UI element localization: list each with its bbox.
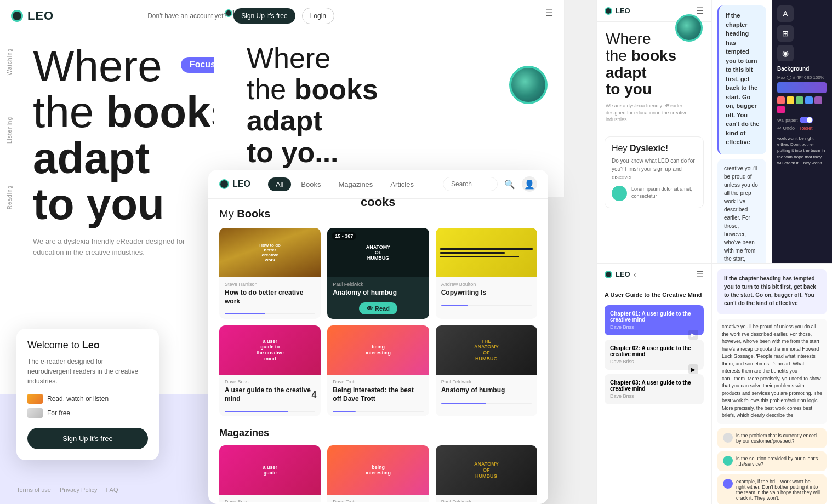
mini-books: books xyxy=(294,73,378,105)
right-bottom-panel: LEO ‹ ☰ A User Guide to the Creative Min… xyxy=(596,263,832,504)
book-info-6: Paul Feldwick Anatomy of humbug xyxy=(436,375,537,399)
mobile-menu-icon[interactable]: ☰ xyxy=(696,5,704,16)
book-card-5[interactable]: beinginteresting Dave Trott Being intere… xyxy=(327,325,429,416)
hero-the: the xyxy=(33,88,94,136)
book-card-6[interactable]: THEANATOMYOFHUMBUG Paul Feldwick Anatomy… xyxy=(436,325,537,416)
chat-detail-msg-1: If the chapter heading has tempted you t… xyxy=(717,269,827,314)
chat-panel: If the chapter heading has tempted you t… xyxy=(712,0,772,263)
chapter-num-3: Chapter 03: A user guide to the creative… xyxy=(610,380,698,392)
app-logo-mark xyxy=(219,179,229,189)
lorem-avatar: Lorem ipsum dolor sit amet, consectetur xyxy=(612,186,697,201)
wallpaper-row: Wallpaper: xyxy=(777,117,827,123)
book-cover-6: THEANATOMYOFHUMBUG xyxy=(436,325,537,375)
mag-card-3[interactable]: ANATOMYOFHUMBUG Paul Feldwick Anatomy of… xyxy=(436,445,537,502)
tab-magazines[interactable]: Magazines xyxy=(330,177,380,191)
book-card-1[interactable]: How to dobettercreativework Steve Harris… xyxy=(219,228,321,319)
chapter-num-2: Chapter 02: A user guide to the creative… xyxy=(610,345,698,357)
chat-user-msg-1: is the problem that is currently enced b… xyxy=(717,428,827,448)
chapter-play-2[interactable]: ▶ xyxy=(688,364,698,374)
toggle-knob xyxy=(807,117,812,123)
swatch-red[interactable] xyxy=(777,96,785,104)
wallpaper-toggle[interactable] xyxy=(800,117,813,123)
design-tool-2[interactable]: ⊞ xyxy=(777,25,794,42)
chapter-author-3: Dave Briss xyxy=(610,393,698,399)
privacy-link[interactable]: Privacy Policy xyxy=(60,486,97,493)
chapter-play-1[interactable]: ▶ xyxy=(688,330,698,340)
mag-card-2[interactable]: beinginteresting Dave Trott Being intere… xyxy=(327,445,429,502)
chat-msg-2: creative you'll be proud of unless you d… xyxy=(717,159,766,264)
mobile-device: LEO ☰ Where the books adapt to you We ar… xyxy=(597,0,712,263)
search-icon[interactable]: 🔍 xyxy=(502,176,517,192)
book-cover-3 xyxy=(436,228,537,277)
user-icon[interactable]: 👤 xyxy=(522,176,537,192)
chat-user-msg-2: is the solution provided by our client's… xyxy=(717,451,827,471)
design-tool-1[interactable]: A xyxy=(777,5,794,22)
book-detail-menu-icon[interactable]: ☰ xyxy=(696,269,704,279)
chat-user-msg-3: example, if the bri... work won't be rig… xyxy=(717,474,827,505)
app-window: LEO All Books Magazines Articles 🔍 👤 My … xyxy=(208,170,548,504)
hero-nav: LEO Don't have an account yet? Sign Up i… xyxy=(0,0,345,32)
design-tool-3[interactable]: ◉ xyxy=(777,45,794,61)
books-grid: How to dobettercreativework Steve Harris… xyxy=(219,228,537,416)
book-detail-panel: LEO ‹ ☰ A User Guide to the Creative Min… xyxy=(597,264,712,504)
book-cover-4: a userguide tothe creativemind xyxy=(219,325,321,375)
mini-menu-icon[interactable]: ☰ xyxy=(545,8,553,18)
chapter-item-2[interactable]: Chapter 02: A user guide to the creative… xyxy=(605,340,704,370)
book-progress-4 xyxy=(225,411,315,412)
swatch-pink[interactable] xyxy=(777,106,785,113)
book-progress-bar-6 xyxy=(441,403,487,404)
book-progress-6 xyxy=(441,403,532,404)
undo-btn[interactable]: ↩ Undo xyxy=(777,125,795,131)
mini-to-you: to yo... xyxy=(247,136,339,168)
swatch-purple[interactable] xyxy=(814,96,822,104)
search-input[interactable] xyxy=(443,177,498,191)
back-arrow[interactable]: ‹ xyxy=(634,270,636,279)
lorem-text: Lorem ipsum dolor sit amet, consectetur xyxy=(631,186,697,199)
app-logo: LEO xyxy=(219,179,250,189)
book-card-2[interactable]: 15 - 367 ANATOMYOFHUMBUG Paul Feldwick A… xyxy=(327,228,429,319)
book-author-4: Dave Briss xyxy=(225,379,315,385)
mag-info-3: Paul Feldwick Anatomy of humbug xyxy=(436,495,537,502)
signup-button[interactable]: Sign Up it's free xyxy=(233,8,295,24)
tab-books[interactable]: Books xyxy=(293,177,328,191)
swatch-green[interactable] xyxy=(796,96,803,104)
login-button[interactable]: Login xyxy=(302,8,334,24)
book-info-2: Paul Feldwick Anatomy of humbug xyxy=(327,277,429,302)
chapter-author-1: Dave Briss xyxy=(610,324,698,330)
swatch-yellow[interactable] xyxy=(787,96,794,104)
book-author-5: Dave Trott xyxy=(333,379,423,385)
swatch-blue[interactable] xyxy=(805,96,813,104)
design-body-text: work won't be right either. Don't bother… xyxy=(777,135,827,166)
mag-author-2: Dave Trott xyxy=(333,499,423,502)
hey-desc: Do you know what LEO can do for you? Fin… xyxy=(612,157,697,181)
terms-link[interactable]: Terms of use xyxy=(16,486,51,493)
footer-links: Terms of use Privacy Policy FAQ xyxy=(16,486,118,493)
reset-btn[interactable]: Reset xyxy=(800,125,813,131)
faq-link[interactable]: FAQ xyxy=(106,486,118,493)
mini-adapt: adapt xyxy=(247,105,323,136)
book-detail-nav: LEO ‹ ☰ xyxy=(597,264,711,285)
mini-orb xyxy=(509,66,548,104)
welcome-card: Welcome to Leo The e-reader designed for… xyxy=(16,329,159,460)
tab-all[interactable]: All xyxy=(268,177,291,191)
book-progress-bar-4 xyxy=(225,411,288,412)
chapter-item-1[interactable]: Chapter 01: A user guide to the creative… xyxy=(605,305,704,335)
mag-card-1[interactable]: a userguide Dave Briss A user guide to t… xyxy=(219,445,321,502)
book-card-4[interactable]: a userguide tothe creativemind Dave Bris… xyxy=(219,325,321,416)
book-card-3[interactable]: Andrew Boulton Copywriting Is xyxy=(436,228,537,319)
logo-mark xyxy=(11,10,23,22)
chat-avatar-3 xyxy=(723,479,733,489)
color-gradient-bar[interactable] xyxy=(777,82,827,93)
welcome-signup-button[interactable]: Sign Up it's free xyxy=(27,428,148,449)
chat-avatar-1 xyxy=(723,433,733,443)
right-top-panel: LEO ☰ Where the books adapt to you We ar… xyxy=(596,0,832,263)
chapter-item-3[interactable]: Chapter 03: A user guide to the creative… xyxy=(605,374,704,404)
chapter-num-1: Chapter 01: A user guide to the creative… xyxy=(610,311,698,323)
book-progress-bar-3 xyxy=(441,305,469,306)
book-title-3: Copywriting Is xyxy=(441,289,532,297)
mini-hero-headline: Where the books adapt to yo... xyxy=(214,26,564,174)
tab-articles[interactable]: Articles xyxy=(383,177,421,191)
mag-author-3: Paul Feldwick xyxy=(441,499,532,502)
book-progress-5 xyxy=(333,411,423,412)
read-button[interactable]: 👁 Read xyxy=(359,302,397,314)
